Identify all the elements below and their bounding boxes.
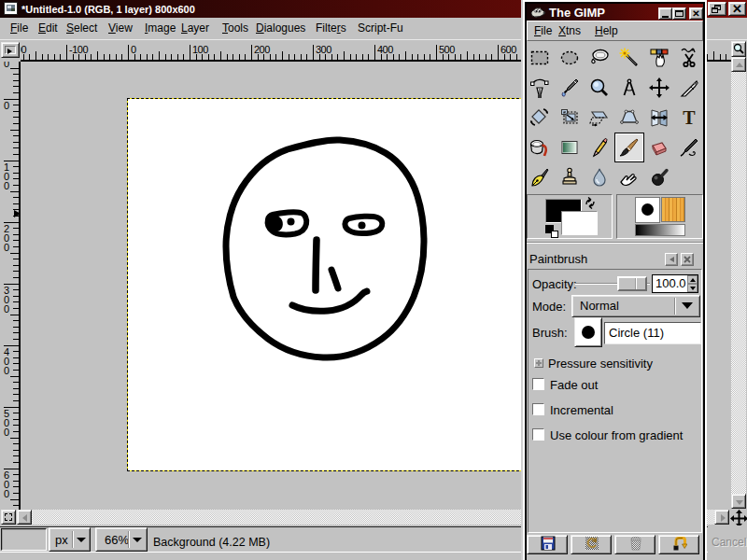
- svg-text:T: T: [683, 107, 696, 128]
